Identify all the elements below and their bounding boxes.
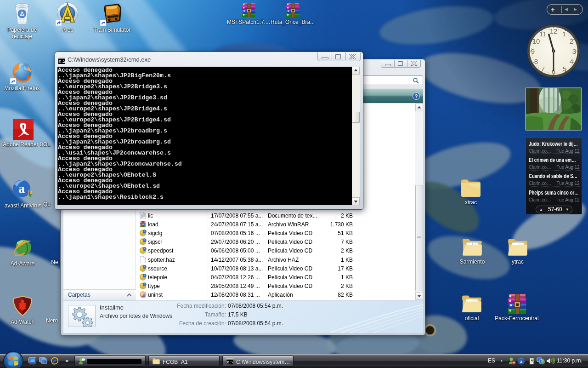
svg-text:11: 11 xyxy=(539,30,547,38)
svg-text:a: a xyxy=(520,358,523,364)
svg-text:a: a xyxy=(18,181,25,196)
svg-text:12: 12 xyxy=(550,27,558,35)
svg-text:?: ? xyxy=(415,93,418,99)
svg-text:C:\: C:\ xyxy=(227,360,233,364)
svg-text:e: e xyxy=(53,357,56,365)
svg-text:5: 5 xyxy=(563,65,566,73)
svg-text:8: 8 xyxy=(534,58,538,65)
svg-text:10: 10 xyxy=(532,37,540,45)
